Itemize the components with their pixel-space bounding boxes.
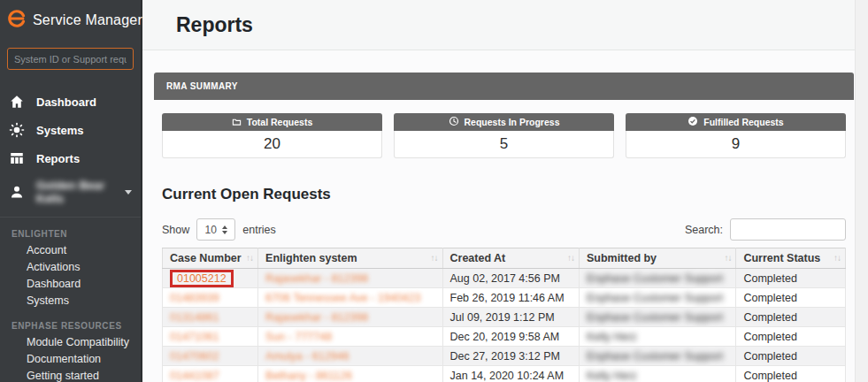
table-search-input[interactable] bbox=[730, 218, 846, 241]
vertical-scrollbar[interactable] bbox=[855, 0, 868, 382]
case-number-link[interactable]: 01471061 bbox=[170, 331, 219, 343]
sidebar-item-account-menu[interactable]: Golden Bear Kells bbox=[0, 172, 141, 211]
sidebar-item-account[interactable]: Account bbox=[0, 242, 141, 259]
entries-label: entries bbox=[242, 224, 276, 236]
column-header-case-number[interactable]: Case Number↑↓ bbox=[163, 248, 258, 269]
page-title: Reports bbox=[176, 13, 253, 37]
current-status-cell: Completed bbox=[743, 331, 796, 343]
column-header-enlighten-system[interactable]: Enlighten system↑↓ bbox=[258, 248, 442, 269]
sidebar-section-enphase-resources: ENPHASE RESOURCES Module Compatibility D… bbox=[0, 309, 141, 382]
created-at-cell: Dec 27, 2019 3:12 PM bbox=[450, 350, 560, 363]
table-row: 01471061 Sun - 777748 Dec 20, 2019 9:58 … bbox=[163, 327, 846, 347]
table-row: 01005212 Rajasekhar - 812398 Aug 02, 201… bbox=[163, 269, 846, 288]
table-row: 01441087 Bethany - 861126 Jan 14, 2020 1… bbox=[163, 366, 846, 382]
sort-icon: ↑↓ bbox=[567, 253, 574, 263]
sidebar-item-systems[interactable]: Systems bbox=[0, 116, 141, 144]
column-header-submitted-by[interactable]: Submitted by↑↓ bbox=[579, 248, 736, 269]
show-label: Show bbox=[162, 224, 189, 236]
current-status-cell: Completed bbox=[743, 370, 796, 382]
annotation-highlight-box: 01471061 bbox=[170, 331, 219, 343]
current-status-cell: Completed bbox=[743, 350, 796, 363]
submitted-by-cell: Enphase Customer Support bbox=[587, 311, 723, 324]
search-label: Search: bbox=[685, 224, 723, 236]
enlighten-system-link[interactable]: Sun - 777748 bbox=[265, 331, 332, 343]
clock-history-icon bbox=[449, 116, 459, 128]
sidebar-item-enlighten-dashboard[interactable]: Dashboard bbox=[0, 276, 141, 293]
created-at-cell: Dec 20, 2019 9:58 AM bbox=[450, 331, 560, 343]
table-row: 01314861 Rajasekhar - 812398 Jul 09, 201… bbox=[163, 308, 846, 327]
annotation-highlight-box: 01314861 bbox=[170, 311, 219, 324]
annotation-highlight-box: 01483939 bbox=[170, 292, 219, 304]
enlighten-system-link[interactable]: Bethany - 861126 bbox=[265, 370, 352, 382]
content: RMA SUMMARY Total Requests 20 Requests I… bbox=[142, 50, 868, 382]
folder-icon bbox=[232, 117, 242, 128]
column-header-created-at[interactable]: Created At↑↓ bbox=[442, 248, 579, 269]
select-arrows-icon bbox=[222, 225, 227, 234]
brand-title: Service Manager bbox=[33, 12, 142, 28]
chevron-down-icon bbox=[125, 190, 132, 195]
annotation-highlight-box: 01441087 bbox=[170, 370, 219, 382]
sort-icon: ↑↓ bbox=[833, 253, 841, 263]
card-label: Fulfilled Requests bbox=[703, 117, 783, 127]
submitted-by-cell: Enphase Customer Support bbox=[587, 272, 723, 285]
sidebar-item-label: Reports bbox=[36, 152, 80, 165]
enlighten-system-link[interactable]: 6706 Tennessee Ave - 1940423 bbox=[265, 292, 420, 304]
rma-summary-title: RMA SUMMARY bbox=[166, 81, 238, 91]
card-label: Requests In Progress bbox=[465, 117, 560, 127]
fulfilled-requests-card: Fulfilled Requests 9 bbox=[626, 113, 846, 158]
sidebar-item-documentation[interactable]: Documentation bbox=[0, 351, 141, 368]
sidebar-item-dashboard[interactable]: Dashboard bbox=[0, 88, 141, 116]
sidebar-nav: Dashboard Systems Reports Golden Bear Ke… bbox=[0, 88, 141, 211]
user-name: Golden Bear Kells bbox=[36, 179, 108, 205]
card-value: 9 bbox=[626, 131, 846, 158]
case-number-link[interactable]: 01483939 bbox=[170, 292, 219, 304]
sort-icon: ↑↓ bbox=[246, 253, 253, 263]
sidebar-search bbox=[0, 35, 141, 70]
case-number-link[interactable]: 01005212 bbox=[177, 272, 227, 285]
sidebar-item-label: Systems bbox=[36, 124, 83, 137]
summary-cards: Total Requests 20 Requests In Progress 5 bbox=[162, 113, 846, 158]
rma-summary-bar: RMA SUMMARY bbox=[154, 73, 854, 100]
reports-icon bbox=[9, 150, 25, 166]
case-number-link[interactable]: 01314861 bbox=[170, 311, 219, 324]
requests-in-progress-card: Requests In Progress 5 bbox=[394, 113, 614, 158]
sidebar-item-reports[interactable]: Reports bbox=[0, 144, 141, 172]
table-row: 01470602 Amulya - 612946 Dec 27, 2019 3:… bbox=[163, 347, 846, 366]
table-row: 01483939 6706 Tennessee Ave - 1940423 Fe… bbox=[163, 288, 846, 308]
page-size-select[interactable]: 10 bbox=[196, 218, 235, 241]
requests-table-body: 01005212 Rajasekhar - 812398 Aug 02, 201… bbox=[163, 269, 846, 382]
sidebar-section-enlighten: ENLIGHTEN Account Activations Dashboard … bbox=[0, 218, 141, 309]
annotation-highlight-box: 01005212 bbox=[170, 270, 234, 287]
table-controls: Show 10 entries Search: bbox=[162, 218, 846, 241]
sidebar: Service Manager Dashboard Systems Report… bbox=[0, 0, 142, 382]
main-content: Reports RMA SUMMARY Total Requests 20 bbox=[142, 0, 868, 382]
check-circle-icon bbox=[687, 116, 698, 128]
brand[interactable]: Service Manager bbox=[0, 0, 141, 35]
column-header-current-status[interactable]: Current Status↑↓ bbox=[736, 248, 846, 269]
case-number-link[interactable]: 01441087 bbox=[170, 370, 219, 382]
sidebar-item-getting-started[interactable]: Getting started bbox=[0, 368, 141, 382]
created-at-cell: Jul 09, 2019 1:12 PM bbox=[450, 311, 555, 324]
case-number-link[interactable]: 01470602 bbox=[170, 350, 219, 363]
created-at-cell: Aug 02, 2017 4:56 PM bbox=[450, 272, 560, 285]
created-at-cell: Jan 14, 2020 10:24 AM bbox=[450, 370, 565, 382]
page-header: Reports bbox=[142, 0, 868, 50]
sidebar-item-module-compatibility[interactable]: Module Compatibility bbox=[0, 334, 141, 351]
current-status-cell: Completed bbox=[743, 292, 796, 304]
submitted-by-cell: Kelly Herz bbox=[587, 331, 637, 343]
enlighten-system-link[interactable]: Amulya - 612946 bbox=[265, 350, 350, 363]
enlighten-system-link[interactable]: Rajasekhar - 812398 bbox=[265, 311, 368, 324]
enlighten-system-link[interactable]: Rajasekhar - 812398 bbox=[265, 272, 368, 285]
section-title: ENPHASE RESOURCES bbox=[0, 309, 141, 334]
system-search-input[interactable] bbox=[7, 48, 134, 70]
card-value: 5 bbox=[394, 131, 614, 158]
table-header-row: Case Number↑↓ Enlighten system↑↓ Created… bbox=[163, 248, 846, 269]
current-status-cell: Completed bbox=[743, 272, 796, 285]
section-title: ENLIGHTEN bbox=[0, 218, 141, 242]
enphase-logo-icon bbox=[7, 9, 27, 32]
page-size-control: Show 10 entries bbox=[162, 218, 276, 241]
sun-icon bbox=[9, 122, 25, 138]
sidebar-item-activations[interactable]: Activations bbox=[0, 259, 141, 276]
sidebar-item-label: Dashboard bbox=[36, 96, 96, 109]
sidebar-item-enlighten-systems[interactable]: Systems bbox=[0, 293, 141, 309]
